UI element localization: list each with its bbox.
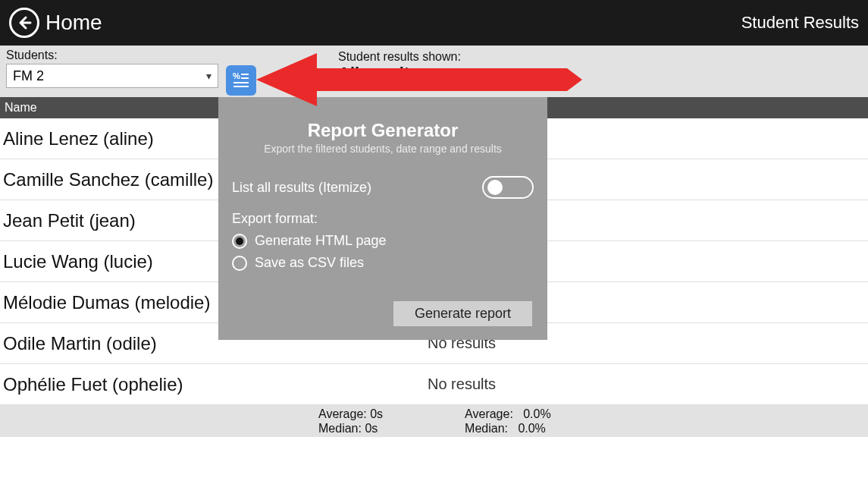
time-avg-label: Average: — [318, 407, 367, 420]
toggle-knob-icon — [487, 180, 503, 195]
radio-html-label: Generate HTML page — [255, 233, 386, 249]
report-generator-popup: Report Generator Export the filtered stu… — [218, 97, 547, 340]
radio-icon — [232, 256, 247, 271]
svg-text:%: % — [233, 71, 240, 80]
radio-icon — [232, 234, 247, 249]
itemize-toggle[interactable] — [482, 176, 534, 199]
app-header: Home Student Results — [0, 0, 868, 46]
page-title: Student Results — [741, 13, 859, 33]
time-med-label: Median: — [318, 422, 362, 435]
students-select-value: FM 2 — [13, 68, 44, 84]
pct-med-label: Median: — [465, 422, 508, 435]
pct-avg-label: Average: — [465, 407, 513, 420]
popup-subtitle: Export the filtered students, date range… — [232, 143, 534, 155]
pct-avg-value: 0.0% — [523, 407, 550, 420]
results-shown-block: Student results shown: All results — [338, 50, 461, 83]
pct-med-value: 0.0% — [518, 422, 545, 435]
report-icon: % — [230, 70, 252, 91]
export-format-label: Export format: — [232, 211, 534, 227]
popup-title: Report Generator — [232, 120, 534, 141]
back-button[interactable] — [9, 8, 39, 38]
students-label: Students: — [6, 49, 218, 62]
results-shown-label: Student results shown: — [338, 50, 461, 64]
report-generator-button[interactable]: % — [226, 65, 256, 96]
home-title[interactable]: Home — [45, 11, 102, 35]
radio-csv-label: Save as CSV files — [255, 255, 364, 271]
student-result: No results — [428, 376, 865, 393]
column-name-header: Name — [5, 101, 37, 115]
time-med-value: 0s — [365, 422, 378, 435]
generate-report-button[interactable]: Generate report — [393, 301, 532, 326]
results-shown-value: All results — [338, 64, 461, 83]
summary-bar: Average: 0s Median: 0s Average: 0.0% Med… — [0, 405, 868, 437]
radio-html[interactable]: Generate HTML page — [232, 233, 534, 249]
table-row[interactable]: Ophélie Fuet (ophelie) No results — [0, 364, 868, 405]
itemize-label: List all results (Itemize) — [232, 180, 371, 196]
time-avg-value: 0s — [370, 407, 383, 420]
radio-csv[interactable]: Save as CSV files — [232, 255, 534, 271]
toolbar: Students: FM 2 ▾ % Student results shown… — [0, 46, 868, 97]
students-select[interactable]: FM 2 ▾ — [6, 64, 218, 88]
chevron-down-icon: ▾ — [206, 70, 212, 82]
back-arrow-icon — [17, 15, 32, 30]
student-name: Ophélie Fuet (ophelie) — [3, 374, 428, 395]
